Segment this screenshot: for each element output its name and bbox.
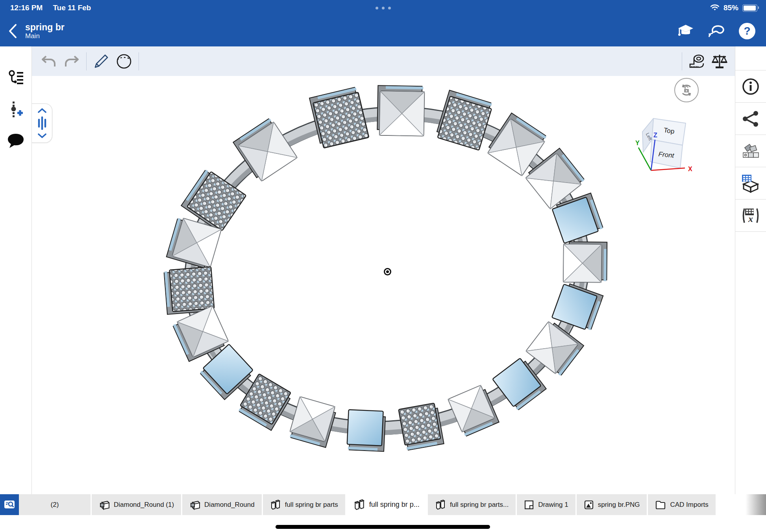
help-icon[interactable]: ? <box>738 22 756 40</box>
document-title: spring br <box>25 22 65 32</box>
tab-diamond-round-1[interactable]: Diamond_Round (1) <box>92 494 181 515</box>
variables-icon[interactable]: x <box>735 200 766 232</box>
tab-clipped[interactable]: (2) <box>19 494 91 515</box>
follow-mode-icon[interactable] <box>708 22 725 40</box>
feature-panel-handle[interactable] <box>32 103 52 143</box>
tab-overflow-shadow <box>746 494 766 515</box>
bracelet-model[interactable] <box>32 46 735 494</box>
search-tabs-button[interactable] <box>0 494 19 515</box>
axis-y-label: Y <box>635 140 640 146</box>
tab-full-spring-br-p-active[interactable]: full spring br p... <box>346 494 427 515</box>
model-viewport[interactable]: Top Front Left Y Z X <box>32 46 735 494</box>
info-icon[interactable] <box>735 70 766 103</box>
chevron-down-icon[interactable] <box>38 133 46 139</box>
drawing-icon <box>524 500 534 510</box>
viewcube-top-label: Top <box>663 126 675 135</box>
right-toolbar: x <box>735 46 766 494</box>
left-toolbar <box>0 46 32 494</box>
feature-list-icon[interactable] <box>0 62 31 94</box>
tab-strip: (2) Diamond_Round (1) Diamond_Round full… <box>19 494 766 515</box>
app-window: 12:16 PM Tue 11 Feb 85% spring br Main <box>0 0 766 532</box>
tab-full-spring-br-parts-2[interactable]: full spring br parts... <box>428 494 516 515</box>
canvas-toolbar <box>32 46 735 76</box>
filter-slider-icon[interactable] <box>37 116 47 130</box>
undo-icon[interactable] <box>37 50 60 73</box>
view-cube[interactable]: Top Front Left Y Z X <box>631 111 696 178</box>
svg-text:x: x <box>748 214 753 224</box>
image-icon <box>584 500 594 510</box>
axis-x-label: X <box>688 166 692 172</box>
insert-feature-icon[interactable] <box>0 94 31 125</box>
configurations-icon[interactable] <box>735 167 766 200</box>
view-orientation-icon[interactable] <box>113 50 135 73</box>
workspace-name: Main <box>25 32 65 40</box>
part-studio-icon <box>99 499 110 510</box>
assembly-icon <box>270 499 281 511</box>
tab-cad-imports[interactable]: CAD Imports <box>648 494 715 515</box>
learning-center-icon[interactable] <box>677 22 694 40</box>
mass-properties-icon[interactable] <box>708 50 731 73</box>
home-indicator[interactable] <box>276 525 490 529</box>
document-tab-bar: (2) Diamond_Round (1) Diamond_Round full… <box>0 494 766 515</box>
axis-z-label: Z <box>653 132 657 139</box>
part-studio-icon <box>189 499 200 510</box>
tab-spring-br-png[interactable]: spring br.PNG <box>577 494 647 515</box>
status-bar: 12:16 PM Tue 11 Feb 85% <box>0 0 766 16</box>
chevron-up-icon[interactable] <box>38 108 46 113</box>
assembly-icon <box>435 499 446 511</box>
multitask-dots[interactable] <box>0 0 766 16</box>
home-strip <box>0 515 766 532</box>
redo-icon[interactable] <box>60 50 83 73</box>
share-icon[interactable] <box>735 103 766 135</box>
svg-text:?: ? <box>744 25 750 37</box>
rotation-lock-button[interactable] <box>674 78 699 102</box>
document-header: spring br Main ? <box>0 16 766 46</box>
measure-icon[interactable] <box>685 50 708 73</box>
tab-diamond-round[interactable]: Diamond_Round <box>182 494 262 515</box>
folder-icon <box>655 500 666 510</box>
appearance-icon[interactable] <box>735 135 766 167</box>
battery-icon <box>742 4 757 12</box>
comments-icon[interactable] <box>0 125 31 157</box>
sketch-icon[interactable] <box>90 50 113 73</box>
tab-drawing-1[interactable]: Drawing 1 <box>517 494 575 515</box>
back-button[interactable] <box>0 16 25 46</box>
origin-marker <box>384 268 391 275</box>
tab-full-spring-br-parts[interactable]: full spring br parts <box>263 494 345 515</box>
assembly-icon <box>353 499 365 511</box>
